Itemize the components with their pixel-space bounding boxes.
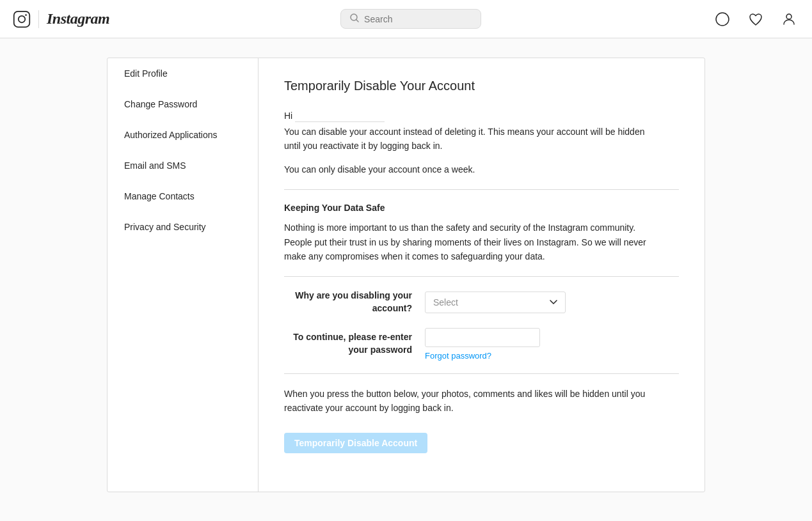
- svg-line-4: [356, 20, 358, 22]
- header-divider: [38, 10, 39, 28]
- profile-button[interactable]: [779, 9, 799, 29]
- heart-icon: [748, 12, 763, 27]
- sidebar: Edit Profile Change Password Authorized …: [107, 58, 259, 492]
- reason-select[interactable]: Select I prefer not to say I need a brea…: [425, 292, 566, 313]
- search-icon: [350, 13, 359, 24]
- password-row: To continue, please re-enter your passwo…: [284, 328, 679, 361]
- svg-point-1: [19, 15, 26, 22]
- sidebar-item-edit-profile[interactable]: Edit Profile: [107, 58, 258, 89]
- section-divider-3: [284, 373, 679, 374]
- svg-point-8: [786, 14, 792, 19]
- hi-line: Hi: [284, 109, 679, 122]
- page-layout: Edit Profile Change Password Authorized …: [107, 58, 705, 492]
- password-field[interactable]: [425, 328, 540, 347]
- description-2: You can only disable your account once a…: [284, 162, 655, 176]
- instagram-logo-icon: [13, 10, 31, 28]
- why-label: Why are you disabling your account?: [284, 290, 412, 315]
- forgot-password-link[interactable]: Forgot password?: [425, 351, 679, 361]
- section-divider-1: [284, 189, 679, 190]
- svg-marker-6: [720, 17, 725, 22]
- temporarily-disable-button[interactable]: Temporarily Disable Account: [284, 433, 427, 453]
- sidebar-item-authorized-apps[interactable]: Authorized Applications: [107, 120, 258, 150]
- username-input[interactable]: [295, 109, 385, 122]
- keeping-safe-body: Nothing is more important to us than the…: [284, 221, 655, 263]
- profile-icon: [781, 12, 797, 27]
- bottom-note: When you press the button below, your ph…: [284, 387, 655, 416]
- svg-rect-0: [14, 11, 30, 27]
- sidebar-item-email-sms[interactable]: Email and SMS: [107, 150, 258, 181]
- hi-prefix: Hi: [284, 111, 292, 121]
- select-wrapper: Select I prefer not to say I need a brea…: [425, 292, 679, 313]
- search-bar[interactable]: [340, 9, 481, 29]
- password-wrapper: Forgot password?: [425, 328, 679, 361]
- disable-form: Why are you disabling your account? Sele…: [284, 290, 679, 360]
- header: Instagram: [0, 0, 812, 38]
- sidebar-item-privacy-security[interactable]: Privacy and Security: [107, 212, 258, 242]
- svg-marker-7: [720, 20, 722, 22]
- section-divider-2: [284, 276, 679, 277]
- notifications-button[interactable]: [745, 9, 766, 29]
- explore-button[interactable]: [712, 9, 733, 29]
- password-label: To continue, please re-enter your passwo…: [284, 331, 412, 356]
- description-1: You can disable your account instead of …: [284, 125, 655, 153]
- main-content: Temporarily Disable Your Account Hi You …: [259, 58, 705, 492]
- sidebar-item-change-password[interactable]: Change Password: [107, 89, 258, 120]
- sidebar-item-manage-contacts[interactable]: Manage Contacts: [107, 181, 258, 212]
- search-input[interactable]: [364, 14, 472, 24]
- compass-icon: [715, 12, 730, 27]
- svg-point-5: [716, 13, 729, 26]
- page-title: Temporarily Disable Your Account: [284, 79, 679, 93]
- header-left: Instagram: [13, 10, 109, 28]
- why-row: Why are you disabling your account? Sele…: [284, 290, 679, 315]
- header-right: [712, 9, 799, 29]
- keeping-safe-title: Keeping Your Data Safe: [284, 203, 679, 213]
- instagram-logo-text: Instagram: [47, 10, 109, 27]
- svg-point-2: [25, 14, 27, 16]
